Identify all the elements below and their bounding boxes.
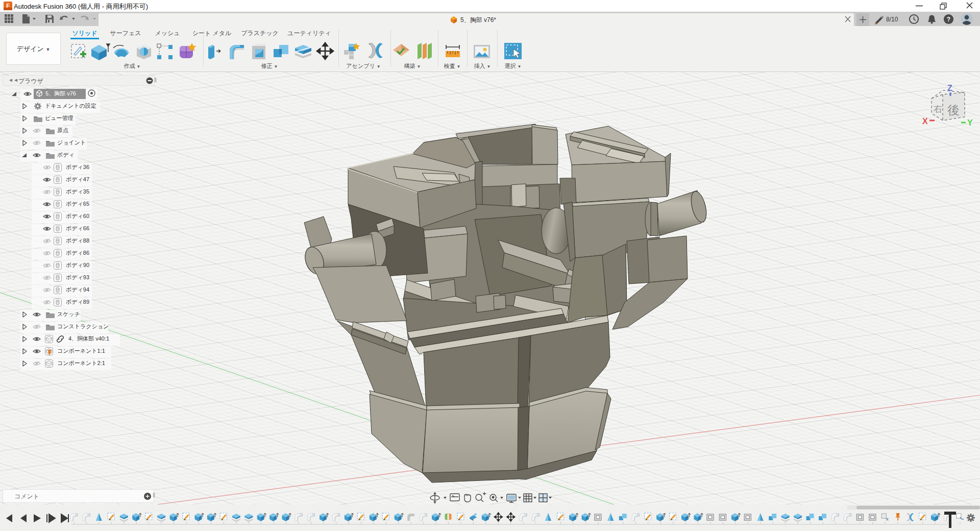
svg-text:5、胸部 v76*: 5、胸部 v76* <box>460 16 496 23</box>
svg-text:F: F <box>6 3 10 9</box>
svg-text:Y: Y <box>967 118 973 127</box>
svg-text:右: 右 <box>934 104 942 114</box>
svg-text:X: X <box>922 117 928 126</box>
svg-text:?: ? <box>947 16 950 23</box>
svg-text:後: 後 <box>947 103 960 117</box>
svg-text:Z: Z <box>947 84 952 92</box>
